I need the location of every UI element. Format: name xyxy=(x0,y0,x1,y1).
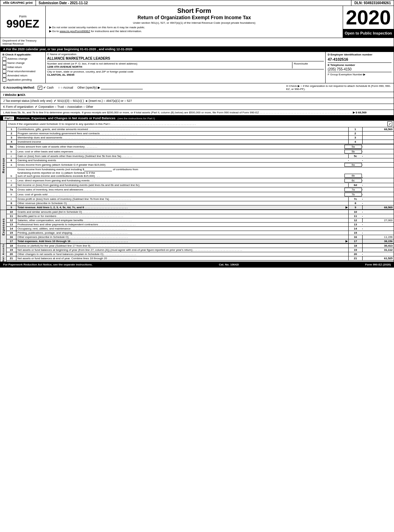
line-5a-desc: Gross amount from sale of assets other t… xyxy=(16,145,344,149)
line-6-value xyxy=(362,160,394,161)
line-6d-boxnum: 6d xyxy=(348,183,362,187)
line-6-boxnum xyxy=(348,160,362,161)
page-wrapper: efile GRAPHIC print Submission Date - 20… xyxy=(0,0,394,268)
line-9-boxnum: 9 xyxy=(348,205,362,209)
cash-option: ✔ ✔ Cash xyxy=(38,86,54,89)
line-6c-innerbox: 6c xyxy=(344,179,362,182)
address-change-label: Address change xyxy=(7,57,28,60)
application-pending-label: Application pending xyxy=(7,78,32,81)
address-main: Number and street (or P. O. box, if mail… xyxy=(47,62,292,68)
line-6b-num: b xyxy=(7,174,16,178)
line-6a-value xyxy=(362,165,394,165)
revenue-label-text: Revenue xyxy=(2,158,5,173)
line-7b-innerbox: 7b xyxy=(344,193,362,196)
line-5a-value xyxy=(362,147,394,147)
other-option: Other (specify) ▶ xyxy=(77,86,100,89)
city-value: CLANTON, AL 35045 xyxy=(47,73,324,76)
line-6b-desc3: sum of such gross income and contributio… xyxy=(17,174,343,178)
name-change-checkbox[interactable] xyxy=(2,61,6,65)
revenue-lines-1-4: 1 Contributions, gifts, grants, and simi… xyxy=(7,127,394,144)
application-pending-checkbox[interactable] xyxy=(2,78,6,82)
line-7b-num: b xyxy=(7,193,16,196)
footer-left: For Paperwork Reduction Act Notice, see … xyxy=(3,263,92,266)
accrual-circle: ○ xyxy=(58,86,60,89)
line-6c-num: c xyxy=(7,179,16,182)
line-9-num: 9 xyxy=(7,205,16,209)
notice1: ▶ Do not enter social security numbers o… xyxy=(49,26,339,29)
check-item-name: Name change xyxy=(2,61,43,65)
check-applicable-col: B Check if applicable: Address change Na… xyxy=(0,52,46,83)
short-form-title: Short Form xyxy=(49,7,339,15)
part-i-title: Revenue, Expenses, and Changes in Net As… xyxy=(17,117,116,120)
line-7b-row: b Less: cost of goods sold . . . . . . .… xyxy=(7,192,394,197)
expense-line-14: 14 Occupancy, rent, utilities, and maint… xyxy=(7,227,394,231)
other-underline xyxy=(101,89,143,89)
net-assets-line-21: 21 Net assets or fund balances at end of… xyxy=(7,256,394,261)
line-6b-innerbox: 6b xyxy=(344,174,362,178)
net-assets-line-20: 20 Other changes in net assets or fund b… xyxy=(7,252,394,256)
net-assets-line-18: 18 Excess or (deficit) for the year (Sub… xyxy=(7,244,394,248)
revenue-section: Revenue Check if the organization used S… xyxy=(0,121,394,210)
part-i-label: Part I xyxy=(3,117,14,120)
org-info-col: C Name of organization ALLIANCE MARKETPL… xyxy=(46,52,326,83)
top-bar-left: efile GRAPHIC print xyxy=(0,0,36,6)
dept-label: Department of the Treasury Internal Reve… xyxy=(0,38,46,46)
part-i-subtitle: (see the instructions for Part I) xyxy=(118,117,155,120)
line-6b-desc: Gross income from fundraising events (no… xyxy=(16,167,344,178)
line-5a-num: 5a xyxy=(7,145,16,149)
line-7c-boxnum: 7c xyxy=(348,197,362,201)
d-label: D Employer identification number xyxy=(328,53,392,56)
line-6c-desc: Less: direct expenses from gaming and fu… xyxy=(16,179,344,182)
line-6-num: 6 xyxy=(7,158,16,162)
line-7a-innerbox: 7a xyxy=(344,188,362,192)
name-change-label: Name change xyxy=(7,61,25,65)
tax-year-text: A For the 2020 calendar year, or tax yea… xyxy=(3,47,132,51)
line-8-value xyxy=(362,203,394,204)
accounting-left: G Accounting Method: ✔ ✔ Cash ○ ○ Accrua… xyxy=(3,86,286,89)
line-9-arrow: ▶ xyxy=(345,206,348,209)
line-7b-value xyxy=(362,194,394,195)
line-7c-value xyxy=(362,199,394,200)
initial-return-checkbox[interactable] xyxy=(2,65,6,69)
line-6a-innerbox: 6a xyxy=(344,163,362,167)
address-value: 1208 4TH AVENUE NORTH xyxy=(47,65,291,68)
city-label: City or town, state or province, country… xyxy=(47,70,324,73)
line-7c-num: c xyxy=(7,197,16,201)
line-5b-row: b Less: cost or other basis and sales ex… xyxy=(7,149,394,154)
line-5b-value xyxy=(362,151,394,152)
expenses-label-text: Expenses xyxy=(2,218,5,235)
net-assets-line-19: 19 Net assets or fund balances at beginn… xyxy=(7,248,394,252)
check-label: B Check if applicable: xyxy=(2,53,43,56)
expense-line-10: 10 Grants and similar amounts paid (list… xyxy=(7,210,394,214)
accrual-option: ○ ○ Accrual xyxy=(58,86,74,89)
open-inspection: Open to Public Inspection xyxy=(343,29,394,38)
accounting-row: G Accounting Method: ✔ ✔ Cash ○ ○ Accrua… xyxy=(0,83,394,92)
tax-year-row: A For the 2020 calendar year, or tax yea… xyxy=(0,47,394,52)
check-item-amended: Amended return xyxy=(2,74,43,77)
room-suite-col: Room/suite xyxy=(292,62,324,68)
expense-line-15: 15 Printing, publications, postage, and … xyxy=(7,231,394,235)
line-6c-value xyxy=(362,180,394,181)
form-number-col: Form 990EZ xyxy=(0,6,46,38)
line-7a-value xyxy=(362,189,394,190)
final-return-checkbox[interactable] xyxy=(2,69,6,73)
revenue-label-col: Revenue xyxy=(0,121,7,210)
line-7a-row: 7a Gross sales of inventory, less return… xyxy=(7,187,394,192)
address-change-checkbox[interactable] xyxy=(2,57,6,61)
line-9-desc: Total revenue. Add lines 1, 2, 3, 4, 5c,… xyxy=(16,205,345,209)
expense-line-12: 12 Salaries, other compensation, and emp… xyxy=(7,218,394,223)
line-8-row: 8 Other revenue (describe in Schedule O)… xyxy=(7,201,394,205)
net-assets-table-col: 18 Excess or (deficit) for the year (Sub… xyxy=(7,244,394,262)
amended-return-label: Amended return xyxy=(7,74,27,77)
amended-return-checkbox[interactable] xyxy=(2,74,6,77)
line-5c-num: c xyxy=(7,154,16,158)
notice2: ▶ Go to www.irs.gov/Form990EZ for instru… xyxy=(49,30,339,33)
initial-return-label: Initial return xyxy=(7,66,22,69)
net-assets-section: Net Assets 18 Excess or (deficit) for th… xyxy=(0,244,394,262)
expenses-table-col: 10 Grants and similar amounts paid (list… xyxy=(7,210,394,243)
line-6b-value xyxy=(362,177,394,178)
line-6-row: 6 Gaming and fundraising events xyxy=(7,158,394,163)
footer-mid: Cat. No. 10642I xyxy=(219,263,239,266)
line-7c-row: c Gross profit or (loss) from sales of i… xyxy=(7,197,394,201)
year-col: 2020 Open to Public Inspection xyxy=(343,6,394,38)
